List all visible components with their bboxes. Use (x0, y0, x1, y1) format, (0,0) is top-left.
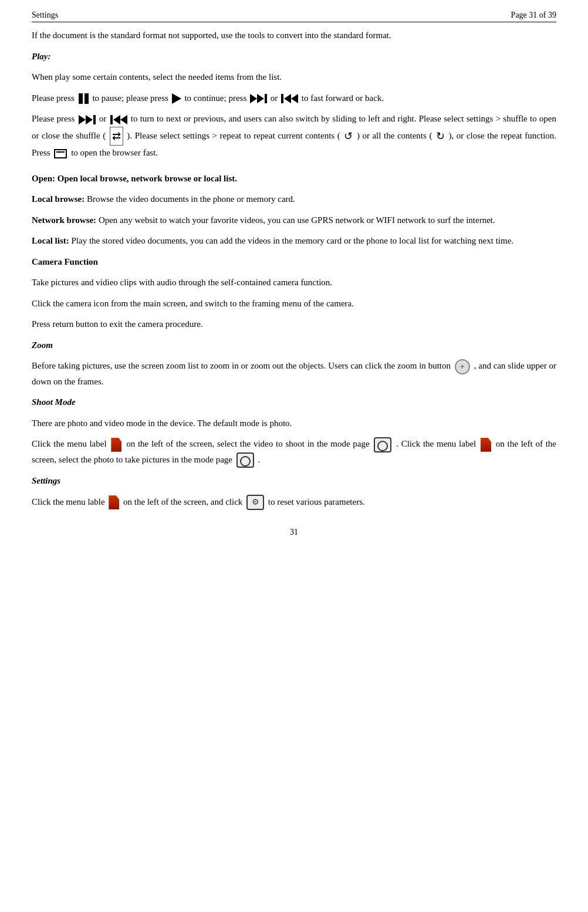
play-para1: When play some certain contents, select … (32, 70, 556, 85)
shoot-heading: Shoot Mode (32, 395, 556, 410)
zoom-in-icon (455, 359, 470, 374)
shuffle-icon: ⇄ (110, 127, 123, 146)
network-browse-para: Network browse: Open any websit to watch… (32, 213, 556, 228)
settings-heading: Settings (32, 474, 556, 489)
open-heading: Open: Open local browse, network browse … (32, 171, 556, 187)
rewind-icon (281, 94, 298, 103)
camera-para2: Click the camera icon from the main scre… (32, 296, 556, 312)
play-icon (172, 93, 181, 104)
local-browse-para: Local browse: Browse the video documents… (32, 192, 556, 207)
play-para3: Please press or to turn to next or previ… (32, 112, 556, 161)
browser-icon (54, 149, 67, 158)
prev-icon (110, 115, 127, 124)
page-number: 31 (290, 528, 298, 536)
header-title: Settings (32, 11, 58, 20)
repeat-all-icon: ↻ (436, 127, 445, 146)
next-icon (79, 115, 96, 124)
camera-para1: Take pictures and vidieo clips with audi… (32, 275, 556, 291)
video-mode-icon (374, 437, 391, 452)
repeat-one-icon: ↺ (344, 127, 353, 146)
header-bar: Settings Page 31 of 39 (32, 11, 556, 22)
settings-para1: Click the menu lable on the left of the … (32, 495, 556, 511)
reset-settings-icon (246, 495, 264, 510)
local-list-para: Local list: Play the stored video docume… (32, 234, 556, 249)
intro-text: If the document is the standard format n… (32, 28, 556, 43)
shoot-para1: There are photo and video mode in the de… (32, 416, 556, 431)
play-heading: Play: (32, 49, 556, 65)
page-indicator: Page 31 of 39 (511, 11, 556, 20)
zoom-heading: Zoom (32, 338, 556, 353)
camera-para3: Press return button to exit the camera p… (32, 317, 556, 332)
camera-heading: Camera Function (32, 255, 556, 270)
menu-photo-icon (481, 438, 491, 452)
menu-settings-icon (109, 495, 119, 509)
pause-icon (79, 93, 89, 104)
footer: 31 (32, 528, 556, 537)
photo-mode-icon (236, 452, 254, 468)
menu-video-icon (111, 438, 121, 452)
play-para2: Please press to pause; please press to c… (32, 91, 556, 106)
fast-forward-icon (250, 94, 267, 103)
zoom-para1: Before taking pictures, use the screen z… (32, 359, 556, 389)
shoot-para2: Click the menu label on the left of the … (32, 437, 556, 468)
